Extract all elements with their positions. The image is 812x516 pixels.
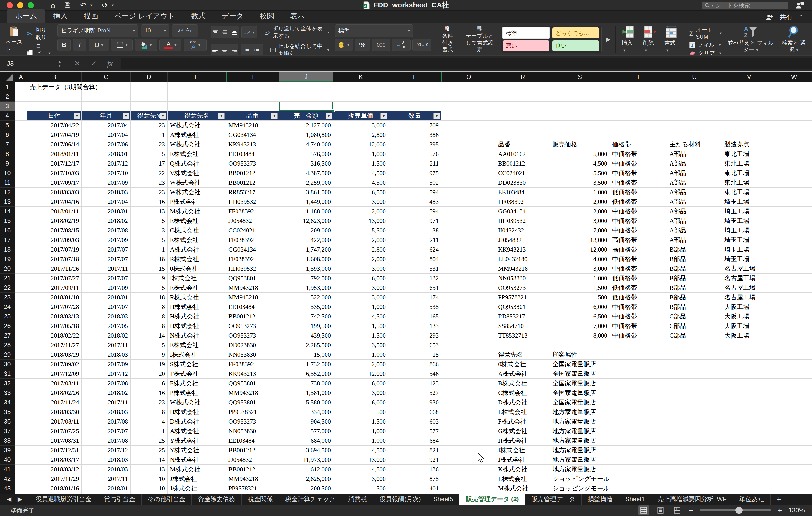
filter-button-得意先名[interactable]: ▼ — [218, 112, 225, 119]
cell-C23[interactable]: 2018/01 — [82, 293, 130, 302]
cell-S37[interactable]: 地方家電量販店 — [550, 427, 610, 436]
zoom-slider-thumb[interactable] — [735, 507, 743, 514]
cell-B40[interactable]: 2018/03/17 — [27, 455, 82, 465]
cell-U2[interactable] — [667, 92, 722, 102]
cell-E4[interactable]: 得意先名▼ — [168, 111, 226, 120]
cell-Q42[interactable] — [441, 474, 496, 484]
cell-D29[interactable]: 9 — [130, 350, 168, 359]
cell-I17[interactable]: FF038392 — [226, 235, 279, 245]
cell-S33[interactable]: 全国家電量販店 — [550, 388, 610, 398]
cell-E23[interactable]: R株式会社 — [168, 293, 226, 302]
cell-R38[interactable]: H株式会社 — [496, 436, 550, 445]
cell-I32[interactable]: QQ953801 — [226, 379, 279, 388]
cell-W32[interactable] — [777, 379, 812, 388]
cell-J32[interactable]: 738,000 — [279, 379, 334, 388]
cell-B2[interactable] — [27, 92, 82, 102]
cell-S18[interactable]: 12,000 — [550, 245, 610, 254]
cell-V1[interactable] — [722, 82, 777, 92]
cell-V24[interactable]: 大阪工場 — [722, 302, 777, 312]
cell-E20[interactable]: 0株式会社 — [168, 264, 226, 274]
column-header-I[interactable]: I — [226, 72, 279, 82]
cell-J40[interactable]: 11,973,000 — [279, 455, 334, 465]
cell-L3[interactable] — [388, 102, 441, 111]
cell-E16[interactable]: C株式会社 — [168, 226, 226, 235]
sheet-tab-消費税[interactable]: 消費税 — [342, 494, 373, 505]
cell-L7[interactable]: 395 — [388, 140, 441, 149]
cell-Q23[interactable] — [441, 293, 496, 302]
cell-L29[interactable]: 15 — [388, 350, 441, 359]
cell-A11[interactable] — [15, 178, 27, 188]
cell-U10[interactable]: A部品 — [667, 168, 722, 178]
cell-V7[interactable]: 製造拠点 — [722, 140, 777, 149]
column-header-W[interactable]: W — [777, 72, 812, 82]
ribbon-tab-データ[interactable]: データ — [213, 9, 252, 23]
row-header-18[interactable]: 18 — [0, 245, 15, 254]
cell-V27[interactable]: 大阪工場 — [722, 331, 777, 341]
cell-E11[interactable]: W株式会社 — [168, 178, 226, 188]
cell-K5[interactable]: 3,000 — [334, 120, 388, 130]
insert-function-icon[interactable]: fx — [107, 59, 113, 68]
cell-J30[interactable]: 1,732,000 — [279, 359, 334, 369]
cell-K37[interactable]: 1,000 — [334, 427, 388, 436]
cell-S7[interactable]: 販売価格 — [550, 140, 610, 149]
cell-K13[interactable]: 3,000 — [334, 197, 388, 207]
cell-L8[interactable]: 576 — [388, 149, 441, 159]
cell-Q38[interactable] — [441, 436, 496, 445]
cell-T29[interactable] — [610, 350, 667, 359]
number-format-select[interactable]: 標準▾ — [335, 24, 413, 37]
close-button[interactable] — [7, 2, 13, 8]
cell-Q39[interactable] — [441, 445, 496, 455]
cell-U21[interactable]: B部品 — [667, 274, 722, 283]
cell-V30[interactable] — [722, 359, 777, 369]
cell-W3[interactable] — [777, 102, 812, 111]
cell-U23[interactable]: B部品 — [667, 293, 722, 302]
cell-C22[interactable]: 2017/09 — [82, 283, 130, 293]
cell-W34[interactable] — [777, 398, 812, 407]
cell-K39[interactable]: 4,500 — [334, 445, 388, 455]
row-header-36[interactable]: 36 — [0, 417, 15, 427]
cell-J3[interactable] — [279, 102, 334, 111]
row-header-28[interactable]: 28 — [0, 341, 15, 350]
row-header-5[interactable]: 5 — [0, 120, 15, 130]
cell-T21[interactable]: 低価格帯 — [610, 274, 667, 283]
people-icon[interactable] — [795, 1, 805, 9]
cell-K9[interactable]: 1,500 — [334, 159, 388, 168]
cell-R36[interactable]: F株式会社 — [496, 417, 550, 427]
cell-W1[interactable] — [777, 82, 812, 92]
cell-Q13[interactable] — [441, 197, 496, 207]
cell-R6[interactable] — [496, 130, 550, 140]
cell-J15[interactable]: 12,623,000 — [279, 216, 334, 226]
cell-style-良い[interactable]: 良い — [552, 40, 599, 51]
delete-cells-button[interactable]: ✕ 削除▾ — [640, 26, 659, 53]
cell-D35[interactable]: 8 — [130, 407, 168, 417]
cell-I28[interactable]: DD023830 — [226, 341, 279, 350]
cell-L37[interactable]: 577 — [388, 427, 441, 436]
cell-B21[interactable]: 2017/07/27 — [27, 274, 82, 283]
format-cells-button[interactable]: 書式▾ — [662, 26, 681, 53]
cell-Q35[interactable] — [441, 407, 496, 417]
merge-center-button[interactable]: セルを結合して中央揃え▾ — [269, 42, 331, 55]
cell-D39[interactable]: 25 — [130, 445, 168, 455]
cell-J27[interactable]: 439,500 — [279, 331, 334, 341]
cell-C7[interactable]: 2017/06 — [82, 140, 130, 149]
cell-W29[interactable] — [777, 350, 812, 359]
cell-A15[interactable] — [15, 216, 27, 226]
cell-K8[interactable]: 1,000 — [334, 149, 388, 159]
cell-J2[interactable] — [279, 92, 334, 102]
cell-W24[interactable] — [777, 302, 812, 312]
cell-B15[interactable]: 2018/02/19 — [27, 216, 82, 226]
cell-C19[interactable]: 2017/07 — [82, 254, 130, 264]
row-header-22[interactable]: 22 — [0, 283, 15, 293]
cell-Q33[interactable] — [441, 388, 496, 398]
cell-E19[interactable]: R株式会社 — [168, 254, 226, 264]
cell-E34[interactable]: W株式会社 — [168, 398, 226, 407]
filter-button-日付[interactable]: ▼ — [74, 112, 80, 119]
cell-A2[interactable] — [15, 92, 27, 102]
cell-J22[interactable]: 1,953,000 — [279, 283, 334, 293]
font-color-button[interactable]: A ▾ — [160, 39, 181, 51]
cell-I34[interactable]: QQ953801 — [226, 398, 279, 407]
cell-D23[interactable]: 18 — [130, 293, 168, 302]
cell-V20[interactable]: 名古屋工場 — [722, 264, 777, 274]
cell-S29[interactable]: 顧客属性 — [550, 350, 610, 359]
cell-A41[interactable] — [15, 465, 27, 474]
